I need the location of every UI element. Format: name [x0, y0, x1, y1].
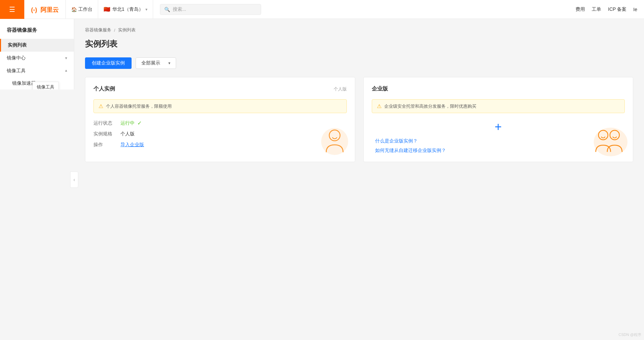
personal-spec-row: 实例规格 个人版	[93, 131, 347, 137]
person-silhouette-icon	[323, 128, 346, 155]
search-box[interactable]: 🔍 搜索...	[160, 4, 261, 15]
sidebar-item-image-tools[interactable]: 镜像工具 ▾	[0, 64, 74, 77]
enterprise-instance-card: 企业版 ⚠ 企业级安全托管和高效分发服务，限时优惠购买 + 什么是企业版实例？ …	[363, 77, 634, 162]
nav-search-area: 🔍 搜索...	[153, 4, 569, 15]
personal-spec-value: 个人版	[120, 131, 135, 137]
nav-actions: 费用 工单 ICP 备案 Ie	[569, 6, 644, 12]
personal-card-header: 个人实例 个人版	[93, 85, 347, 93]
status-running-text: 运行中	[120, 120, 135, 126]
personal-status-row: 运行状态 运行中 ✓	[93, 120, 347, 126]
personal-card-figure	[318, 125, 348, 155]
enterprise-card-title: 企业版	[372, 85, 388, 93]
sidebar-item-image-center[interactable]: 镜像中心 ▾	[0, 52, 74, 64]
hamburger-button[interactable]: ☰	[0, 0, 24, 19]
personal-card-alert: ⚠ 个人容器镜像托管服务，限额使用	[93, 99, 347, 113]
breadcrumb-current: 实例列表	[118, 27, 136, 33]
accelerator-tooltip-wrapper: 镜像加速器 镜像工具	[12, 80, 36, 86]
layout: 容器镜像服务 实例列表 镜像中心 ▾ 镜像工具 ▾ 镜像加速器 镜像工具	[0, 19, 644, 340]
main-content: 容器镜像服务 / 实例列表 实例列表 创建企业版实例 全部展示 ▾ 个人实例 个…	[74, 19, 644, 340]
toolbar: 创建企业版实例 全部展示 ▾	[85, 57, 633, 69]
nav-region-selector[interactable]: 🇨🇳 华北1（青岛） ▾	[98, 0, 153, 19]
page-title: 实例列表	[85, 38, 633, 49]
status-check-icon: ✓	[137, 120, 142, 126]
svg-point-0	[329, 130, 340, 141]
svg-point-2	[610, 130, 619, 140]
breadcrumb: 容器镜像服务 / 实例列表	[85, 27, 633, 33]
sidebar-service-title: 容器镜像服务	[0, 24, 74, 39]
import-enterprise-link[interactable]: 导入企业版	[120, 142, 144, 148]
search-icon: 🔍	[164, 7, 170, 12]
region-flag-icon: 🇨🇳	[104, 6, 110, 12]
breadcrumb-separator: /	[114, 28, 115, 33]
hamburger-icon: ☰	[9, 5, 15, 14]
nav-ie-button[interactable]: Ie	[633, 7, 637, 12]
create-enterprise-button[interactable]: 创建企业版实例	[85, 57, 132, 69]
dropdown-chevron-icon: ▾	[168, 61, 170, 66]
top-nav: ☰ (-) 阿里云 🏠 工作台 🇨🇳 华北1（青岛） ▾ 🔍 搜索... 费用 …	[0, 0, 644, 19]
image-center-chevron-icon: ▾	[65, 56, 67, 60]
svg-point-1	[598, 130, 608, 140]
collapse-chevron-icon: ‹	[74, 177, 75, 182]
sidebar-sub-item-accelerator[interactable]: 镜像加速器 镜像工具	[0, 77, 74, 89]
nav-workbench-button[interactable]: 🏠 工作台	[66, 0, 98, 19]
enterprise-alert-icon: ⚠	[377, 103, 382, 109]
sidebar-collapse-button[interactable]: ‹	[70, 172, 78, 188]
plus-icon: +	[495, 120, 502, 134]
enterprise-card-alert: ⚠ 企业级安全托管和高效分发服务，限时优惠购买	[372, 99, 625, 113]
nav-ticket-button[interactable]: 工单	[592, 6, 601, 12]
sidebar-item-instance-list[interactable]: 实例列表	[0, 39, 74, 52]
sidebar: 容器镜像服务 实例列表 镜像中心 ▾ 镜像工具 ▾ 镜像加速器 镜像工具	[0, 19, 74, 89]
two-person-silhouette-icon	[590, 128, 627, 156]
image-tools-chevron-icon: ▾	[65, 69, 67, 73]
cards-row: 个人实例 个人版 ⚠ 个人容器镜像托管服务，限额使用 运行状态 运行中 ✓ 实例…	[85, 77, 633, 162]
nav-icp-button[interactable]: ICP 备案	[608, 6, 626, 12]
personal-card-badge: 个人版	[334, 86, 347, 92]
nav-expense-button[interactable]: 费用	[576, 6, 585, 12]
region-chevron-icon: ▾	[145, 7, 147, 12]
personal-instance-card: 个人实例 个人版 ⚠ 个人容器镜像托管服务，限额使用 运行状态 运行中 ✓ 实例…	[85, 77, 355, 162]
nav-logo[interactable]: (-) 阿里云	[24, 0, 66, 19]
sidebar-wrapper: 容器镜像服务 实例列表 镜像中心 ▾ 镜像工具 ▾ 镜像加速器 镜像工具	[0, 19, 74, 340]
enterprise-card-header: 企业版	[372, 85, 625, 93]
enterprise-card-figure	[587, 126, 627, 156]
csdn-watermark: CSDN @程序	[619, 332, 641, 337]
personal-action-row: 操作 导入企业版	[93, 142, 347, 148]
breadcrumb-service-link[interactable]: 容器镜像服务	[85, 27, 111, 33]
personal-alert-icon: ⚠	[99, 103, 103, 109]
display-dropdown[interactable]: 全部展示 ▾	[136, 57, 176, 69]
personal-card-title: 个人实例	[93, 85, 115, 93]
accelerator-tooltip: 镜像工具	[32, 82, 59, 89]
home-icon: 🏠	[71, 7, 77, 12]
logo-text: (-) 阿里云	[31, 5, 59, 14]
